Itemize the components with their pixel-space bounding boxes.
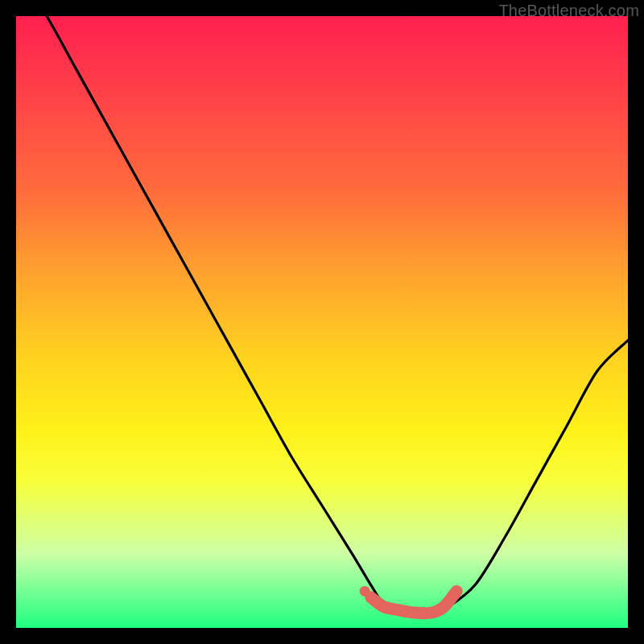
bottleneck-curve-line	[16, 16, 628, 617]
accent-dot	[360, 586, 370, 597]
watermark-text: TheBottleneck.com	[498, 2, 639, 20]
chart-frame: TheBottleneck.com	[0, 0, 644, 644]
accent-segment-line	[371, 591, 456, 613]
chart-svg-layer	[16, 16, 628, 628]
